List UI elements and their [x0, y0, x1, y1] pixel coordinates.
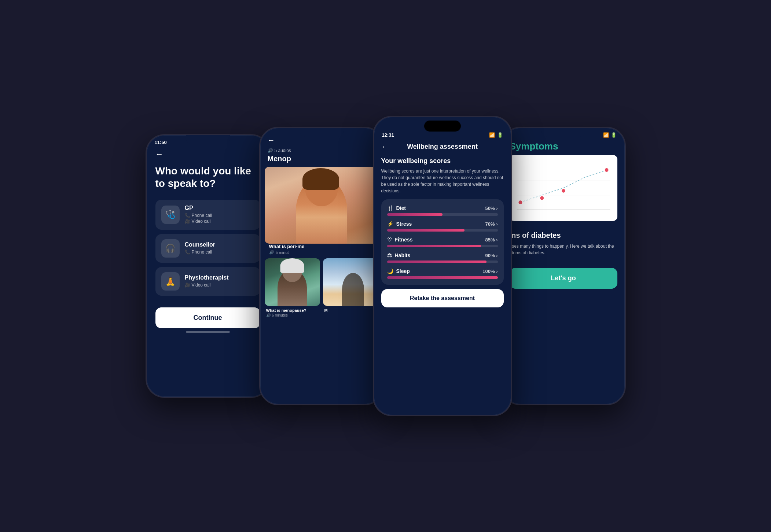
gp-card[interactable]: 🩺 GP 📞 Phone call 🎥 Video call — [155, 200, 260, 230]
fitness-label: ♡ Fitness — [387, 237, 413, 243]
gp-name: GP — [185, 205, 212, 211]
phone-3: 12:31 📶 🔋 ← Wellbeing assessment Your we… — [373, 116, 512, 416]
video-icon: 🎥 — [185, 219, 190, 224]
stress-icon: ⚡ — [387, 221, 393, 227]
habits-percent: 90% › — [485, 253, 498, 258]
gp-phone-call: 📞 Phone call — [185, 213, 212, 218]
svg-point-5 — [562, 189, 565, 193]
physio-info: Physiotherapist 🎥 Video call — [185, 274, 229, 288]
phone3-content: ← Wellbeing assessment Your wellbeing sc… — [374, 140, 511, 416]
phone4-content: Symptoms — [502, 139, 625, 405]
fitness-icon: ♡ — [387, 237, 392, 243]
diet-bar-fill — [387, 213, 443, 216]
counsellor-phone-call: 📞 Phone call — [185, 250, 216, 255]
habits-icon: ⚖ — [387, 252, 392, 258]
wifi-icon: 📶 — [489, 132, 495, 138]
phone3-header: ← Wellbeing assessment — [374, 140, 511, 154]
habits-label: ⚖ Habits — [387, 252, 411, 258]
scores-card: 🍴 Diet 50% › ⚡ — [381, 199, 504, 285]
phone3-back-button[interactable]: ← — [381, 143, 389, 151]
sleep-label-row: 🌙 Sleep 100% › — [387, 268, 498, 274]
gp-info: GP 📞 Phone call 🎥 Video call — [185, 205, 212, 225]
article-2-duration: 🔊 6 minutes — [265, 313, 320, 317]
score-row-stress[interactable]: ⚡ Stress 70% › — [387, 221, 498, 232]
retake-button[interactable]: Retake the assessment — [381, 289, 504, 307]
svg-point-6 — [605, 168, 608, 172]
gp-icon-box: 🩺 — [161, 206, 180, 224]
score-row-fitness[interactable]: ♡ Fitness 85% › — [387, 237, 498, 247]
stress-label: ⚡ Stress — [387, 221, 412, 227]
diet-percent: 50% › — [485, 206, 498, 211]
phone2-content: ← 🔊 5 audios Menopause — [260, 134, 383, 405]
article-2-label: What is menopause? — [265, 308, 320, 313]
phone4-header: Symptoms — [502, 139, 625, 292]
article-2[interactable]: What is menopause? 🔊 6 minutes — [265, 258, 320, 321]
symptoms-chart-svg — [510, 155, 617, 221]
article-1-label: What is peri-menopause? — [265, 244, 378, 249]
article-1-image — [265, 167, 378, 244]
diabetes-description: uses many things to happen y. Here we ta… — [510, 243, 617, 256]
phone1-home-indicator — [186, 331, 230, 333]
diabetes-section: ms of diabetes uses many things to happe… — [510, 226, 617, 261]
lets-go-button[interactable]: Let's go — [510, 268, 617, 289]
audio-icon: 🔊 — [268, 148, 273, 153]
diet-label-row: 🍴 Diet 50% › — [387, 205, 498, 211]
phone-4: 📶 🔋 Symptoms — [501, 127, 626, 405]
articles-grid: What is peri-menopause? 🔊 5 minutes What… — [260, 167, 383, 321]
continue-button[interactable]: Continue — [155, 307, 260, 328]
symptoms-title: Symptoms — [510, 141, 617, 152]
counsellor-card[interactable]: 🎧 Counsellor 📞 Phone call — [155, 234, 260, 263]
sleep-label: 🌙 Sleep — [387, 268, 410, 274]
svg-point-3 — [518, 200, 522, 204]
phone3-body: Your wellbeing scores Wellbeing scores a… — [374, 154, 511, 416]
dynamic-island — [424, 121, 461, 132]
sleep-icon: 🌙 — [387, 268, 393, 274]
physio-video-call: 🎥 Video call — [185, 282, 229, 288]
stress-bar-bg — [387, 229, 498, 232]
phone3-title: Wellbeing assessment — [407, 143, 478, 151]
gp-icon: 🩺 — [165, 210, 175, 219]
diabetes-title: ms of diabetes — [510, 230, 617, 240]
symptoms-chart — [510, 155, 617, 221]
stress-percent: 70% › — [485, 221, 498, 227]
physio-icon-box: 🧘 — [161, 272, 180, 291]
phone3-status-icons: 📶 🔋 — [489, 132, 503, 138]
counsellor-name: Counsellor — [185, 241, 216, 248]
phone3-time: 12:31 — [382, 132, 394, 138]
article-1-duration: 🔊 5 minutes — [265, 250, 378, 255]
article-3-label: M... — [323, 308, 378, 313]
diet-icon: 🍴 — [387, 205, 393, 211]
phone2-count: 🔊 5 audios — [268, 148, 291, 153]
sleep-bar-bg — [387, 276, 498, 279]
score-row-sleep[interactable]: 🌙 Sleep 100% › — [387, 268, 498, 279]
stress-bar-fill — [387, 229, 465, 232]
phone1-time: 11:50 — [155, 140, 167, 145]
article-3[interactable]: M... — [323, 258, 378, 321]
article-1[interactable]: What is peri-menopause? 🔊 5 minutes — [263, 167, 380, 255]
physio-card[interactable]: 🧘 Physiotherapist 🎥 Video call — [155, 267, 260, 296]
phone3-status-bar: 12:31 📶 🔋 — [374, 132, 511, 140]
phone1-content: ← Who would you like to speak to? 🩺 GP 📞… — [147, 149, 269, 328]
sleep-percent: 100% › — [482, 269, 498, 274]
diet-label: 🍴 Diet — [387, 205, 406, 211]
counsellor-icon: 🎧 — [165, 244, 175, 253]
fitness-percent: 85% › — [485, 237, 498, 243]
wellbeing-title: Your wellbeing scores — [381, 157, 504, 165]
physio-icon: 🧘 — [165, 277, 175, 286]
phone-icon: 📞 — [185, 213, 190, 218]
clock-icon: 🔊 — [269, 250, 274, 255]
phone1-back-button[interactable]: ← — [155, 149, 260, 159]
phone-1: 11:50 ← Who would you like to speak to? … — [146, 134, 270, 398]
physio-name: Physiotherapist — [185, 274, 229, 281]
score-row-habits[interactable]: ⚖ Habits 90% › — [387, 252, 498, 263]
battery-icon-4: 🔋 — [611, 132, 617, 138]
counsellor-info: Counsellor 📞 Phone call — [185, 241, 216, 255]
video-icon-2: 🎥 — [185, 282, 190, 288]
svg-point-4 — [540, 196, 544, 200]
gp-video-call: 🎥 Video call — [185, 219, 212, 224]
diet-bar-bg — [387, 213, 498, 216]
score-row-diet[interactable]: 🍴 Diet 50% › — [387, 205, 498, 216]
scene: 11:50 ← Who would you like to speak to? … — [0, 0, 771, 532]
stress-label-row: ⚡ Stress 70% › — [387, 221, 498, 227]
phone2-title: Menopause — [268, 155, 308, 163]
